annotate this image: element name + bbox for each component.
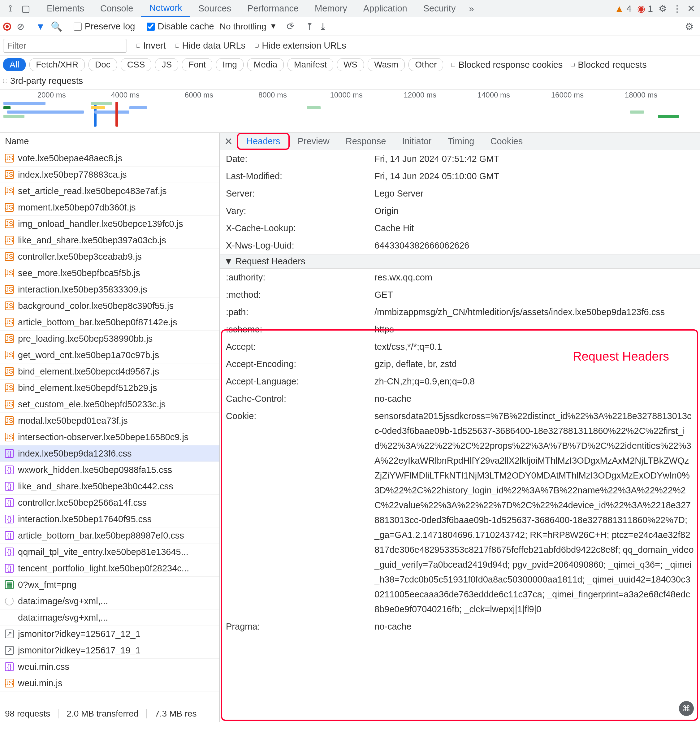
download-har-icon[interactable]: ⤓ [319,21,327,32]
filter-chip-css[interactable]: CSS [121,58,151,71]
request-row[interactable]: data:image/svg+xml,... [0,609,219,626]
preserve-log-checkbox[interactable]: Preserve log [74,21,135,32]
tab-network[interactable]: Network [141,0,190,17]
request-row[interactable]: {}tencent_portfolio_light.lxe50bep0f2823… [0,560,219,576]
request-row[interactable]: data:image/svg+xml,... [0,593,219,609]
third-party-checkbox[interactable]: 3rd-party requests [3,76,83,86]
request-row[interactable]: JSget_word_cnt.lxe50bep1a70c97b.js [0,347,219,363]
request-row[interactable]: ↗jsmonitor?idkey=125617_12_1 [0,626,219,642]
tab-console[interactable]: Console [92,0,141,17]
throttling-select[interactable]: No throttling ▾ [220,21,276,32]
blocked-requests-checkbox[interactable]: Blocked requests [571,60,647,70]
request-row[interactable]: {}article_bottom_bar.lxe50bep88987ef0.cs… [0,528,219,544]
hide-extension-urls-checkbox[interactable]: Hide extension URLs [255,41,346,51]
request-row[interactable]: {}qqmail_tpl_vite_entry.lxe50bep81e13645… [0,544,219,560]
header-value: res.wx.qq.com [375,270,694,285]
record-icon[interactable] [3,23,11,31]
filter-chip-other[interactable]: Other [409,58,443,71]
request-row[interactable]: JScontroller.lxe50bep3ceabab9.js [0,248,219,265]
close-devtools-icon[interactable]: ✕ [687,3,695,14]
request-row[interactable]: JSmodal.lxe50bepd01ea73f.js [0,413,219,429]
warnings-badge[interactable]: ▲ 4 [615,3,632,14]
invert-checkbox[interactable]: Invert [136,41,166,51]
filter-chip-media[interactable]: Media [247,58,284,71]
request-row[interactable]: JSbackground_color.lxe50bep8c390f55.js [0,298,219,314]
request-row[interactable]: JSinteraction.lxe50bep35833309.js [0,281,219,298]
filter-chip-all[interactable]: All [3,58,26,71]
detail-tab-timing[interactable]: Timing [440,133,482,150]
request-row[interactable]: {}interaction.lxe50bep17640f95.css [0,511,219,528]
kebab-menu-icon[interactable]: ⋮ [672,3,682,14]
request-row[interactable]: {}controller.lxe50bep2566a14f.css [0,495,219,511]
filter-chip-ws[interactable]: WS [337,58,364,71]
upload-har-icon[interactable]: ⤒ [306,21,313,32]
tab-security[interactable]: Security [415,0,464,17]
filter-chip-font[interactable]: Font [182,58,212,71]
detail-tab-initiator[interactable]: Initiator [394,133,440,150]
filter-chip-doc[interactable]: Doc [88,58,117,71]
filter-input[interactable] [3,39,127,53]
request-row[interactable]: {}weui.min.css [0,659,219,675]
request-row[interactable]: JSlike_and_share.lxe50bep397a03cb.js [0,232,219,248]
request-row[interactable]: {}like_and_share.lxe50bepe3b0c442.css [0,478,219,495]
file-type-icon: JS [5,269,13,277]
close-detail-icon[interactable]: ✕ [220,135,237,147]
request-row[interactable]: JSweui.min.js [0,675,219,691]
request-row[interactable]: ▦0?wx_fmt=png [0,576,219,593]
request-row[interactable]: JSset_article_read.lxe50bepc483e7af.js [0,183,219,199]
network-toolbar: ⊘ ▼ 🔍 Preserve log Disable cache No thro… [0,17,700,36]
tab-memory[interactable]: Memory [307,0,355,17]
filter-icon[interactable]: ▼ [36,21,45,32]
request-row[interactable]: JSimg_onload_handler.lxe50bepce139fc0.js [0,216,219,232]
request-row[interactable]: ↗jsmonitor?idkey=125617_19_1 [0,642,219,659]
filter-chip-manifest[interactable]: Manifest [287,58,333,71]
filter-chip-fetchxhr[interactable]: Fetch/XHR [29,58,85,71]
inspect-icon[interactable]: ⟟ [3,3,18,14]
header-value: https [375,322,694,337]
request-row[interactable]: JSsee_more.lxe50bepfbca5f5b.js [0,265,219,281]
request-row[interactable]: {}index.lxe50bep9da123f6.css [0,445,219,462]
detail-tab-response[interactable]: Response [338,133,394,150]
detail-tab-headers[interactable]: Headers [237,133,290,150]
filter-chip-js[interactable]: JS [155,58,178,71]
tab-elements[interactable]: Elements [39,0,92,17]
tab-application[interactable]: Application [355,0,415,17]
request-headers-section[interactable]: ▼ Request Headers [220,254,700,269]
timeline-overview[interactable]: 2000 ms4000 ms6000 ms8000 ms10000 ms1200… [0,90,700,133]
hide-data-urls-checkbox[interactable]: Hide data URLs [175,41,246,51]
file-type-icon: {} [5,498,13,507]
filter-row: Invert Hide data URLs Hide extension URL… [0,36,700,56]
device-toolbar-icon[interactable]: ▢ [18,3,34,14]
request-row[interactable]: JSvote.lxe50bepae48aec8.js [0,150,219,166]
request-row[interactable]: JSintersection-observer.lxe50bepe16580c9… [0,429,219,445]
request-row[interactable]: JSset_custom_ele.lxe50bepfd50233c.js [0,396,219,413]
settings-icon[interactable]: ⚙ [659,3,667,14]
request-name: interaction.lxe50bep35833309.js [18,284,147,295]
header-row: X-Cache-Lookup:Cache Hit [220,219,700,237]
disable-cache-checkbox[interactable]: Disable cache [147,21,214,32]
request-row[interactable]: JSbind_element.lxe50bepdf512b29.js [0,380,219,396]
request-row[interactable]: JSmoment.lxe50bep07db360f.js [0,199,219,216]
request-row[interactable]: JSpre_loading.lxe50bep538990bb.js [0,331,219,347]
request-row[interactable]: {}wxwork_hidden.lxe50bep0988fa15.css [0,462,219,478]
network-conditions-icon[interactable]: ⟳̑ [287,21,294,32]
issues-badge[interactable]: ◉ 1 [637,3,653,14]
network-settings-icon[interactable]: ⚙ [685,21,697,32]
request-row[interactable]: JSarticle_bottom_bar.lxe50bep0f87142e.js [0,314,219,331]
detail-tab-preview[interactable]: Preview [290,133,338,150]
column-header-name[interactable]: Name [0,133,219,150]
header-key: Accept: [226,339,375,354]
floating-action-icon[interactable]: ⌘ [679,701,694,716]
tab-sources[interactable]: Sources [190,0,239,17]
clear-icon[interactable]: ⊘ [17,21,25,32]
detail-tab-cookies[interactable]: Cookies [482,133,531,150]
tab-performance[interactable]: Performance [239,0,307,17]
blocked-cookies-checkbox[interactable]: Blocked response cookies [451,60,563,70]
filter-chip-wasm[interactable]: Wasm [368,58,405,71]
request-row[interactable]: JSindex.lxe50bep778883ca.js [0,166,219,183]
request-row[interactable]: JSbind_element.lxe50bepcd4d9567.js [0,363,219,380]
search-icon[interactable]: 🔍 [51,21,62,32]
filter-chip-img[interactable]: Img [216,58,244,71]
header-key: Date: [226,151,375,166]
more-tabs-icon[interactable] [463,3,479,14]
